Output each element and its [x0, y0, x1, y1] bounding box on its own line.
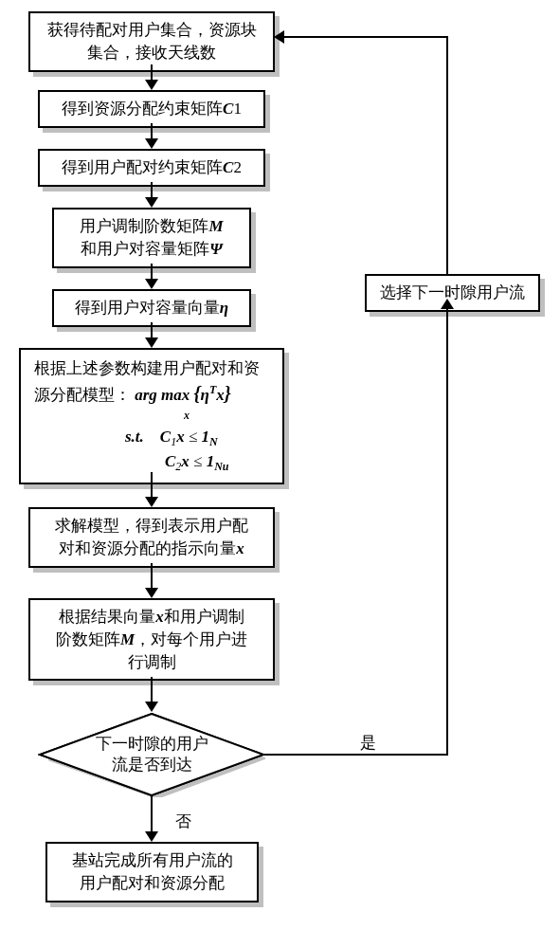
sub-1: 1	[233, 100, 242, 118]
text-l2: 用户配对和资源分配	[80, 874, 225, 892]
arrow-head-7-8	[145, 588, 158, 598]
le: ≤	[189, 428, 197, 446]
step-solve-model: 求解模型，得到表示用户配 对和资源分配的指示向量x	[28, 507, 275, 568]
step-capacity-vector: 得到用户对容量向量η	[52, 289, 251, 327]
st: s.t.	[125, 428, 144, 446]
brace-r: }	[225, 383, 231, 404]
flowchart-container: 获得待配对用户集合，资源块集合，接收天线数 得到资源分配约束矩阵C1 得到用户配…	[0, 0, 560, 948]
l1: 下一时隙的用户	[96, 735, 208, 753]
step-acquire-sets: 获得待配对用户集合，资源块集合，接收天线数	[28, 11, 275, 72]
text: 获得待配对用户集合，资源块集合，接收天线数	[47, 21, 257, 62]
eta: η	[201, 386, 209, 404]
arrow-head-5-6	[145, 337, 158, 348]
text: 得到用户对容量向量	[75, 299, 220, 317]
arrow-head-1-2	[145, 80, 158, 90]
text-l1: 求解模型，得到表示用户配	[55, 517, 248, 535]
var-c: C	[223, 100, 233, 118]
l2: 流是否到达	[112, 756, 192, 774]
one: 1	[207, 452, 215, 470]
var-m: M	[208, 217, 223, 235]
var-x: x	[236, 539, 244, 557]
x: x	[216, 386, 225, 404]
arrow-head-8-d	[145, 702, 158, 712]
text: 得到资源分配约束矩阵	[62, 100, 223, 118]
step-modulate: 根据结果向量x和用户调制 阶数矩阵M，对每个用户进 行调制	[28, 598, 275, 681]
one: 1	[202, 428, 210, 446]
step-matrices-m-psi: 用户调制阶数矩阵M 和用户对容量矩阵Ψ	[52, 208, 251, 268]
x: x	[176, 428, 185, 446]
argmax: arg max	[135, 386, 190, 404]
arrow-yes-h	[263, 754, 448, 756]
arrow-8-d	[151, 677, 153, 703]
step-constraint-c2: 得到用户配对约束矩阵C2	[38, 149, 265, 187]
arrow-head-loop-left	[274, 30, 284, 44]
le: ≤	[193, 452, 202, 470]
step-complete: 基站完成所有用户流的 用户配对和资源分配	[45, 842, 259, 902]
arrow-head-4-5	[145, 279, 158, 289]
diamond-text: 下一时隙的用户 流是否到达	[76, 734, 227, 775]
step-constraint-c1: 得到资源分配约束矩阵C1	[38, 90, 265, 128]
constraint-st: s.t. C1x ≤ 1N	[30, 426, 273, 450]
brace-l: {	[194, 383, 201, 404]
arrow-7-8	[151, 563, 153, 590]
text-l1-post: 和用户调制	[164, 608, 244, 626]
c1: C	[160, 428, 171, 446]
label-yes: 是	[360, 732, 376, 754]
text-l3: 行调制	[128, 653, 176, 671]
c2: C	[165, 452, 175, 470]
label-no: 否	[175, 811, 191, 832]
arrow-head-yes-up	[441, 299, 454, 309]
text-l2: 对和资源分配的指示向量	[59, 539, 236, 557]
arrow-loop-h	[282, 36, 448, 38]
arrow-head-6-7	[145, 497, 158, 507]
var-x: x	[155, 608, 164, 626]
text-l1: 基站完成所有用户流的	[72, 851, 233, 869]
text: 得到用户配对约束矩阵	[62, 158, 223, 176]
x-under: x	[184, 409, 190, 422]
text-l2-pre: 阶数矩阵	[56, 630, 120, 648]
arrow-loop-v	[446, 36, 448, 274]
sub-2: 2	[233, 158, 242, 176]
var-psi: Ψ	[209, 240, 223, 258]
var-eta: η	[220, 299, 228, 317]
N: N	[209, 435, 218, 448]
x: x	[181, 452, 190, 470]
text-l1-pre: 根据结果向量	[59, 608, 155, 626]
text-l1: 用户调制阶数矩阵	[80, 217, 208, 235]
arrow-head-no	[145, 831, 158, 842]
formula-intro: 根据上述参数构建用户配对和资源分配模型： arg max {ηTx}	[30, 357, 273, 407]
arrow-yes-v	[446, 307, 448, 756]
text-l2-post: ，对每个用户进	[135, 630, 247, 648]
step-build-model: 根据上述参数构建用户配对和资源分配模型： arg max {ηTx} x s.t…	[19, 348, 284, 484]
text-l2: 和用户对容量矩阵	[81, 240, 209, 258]
Nu: Nu	[214, 460, 228, 473]
arrow-no-v	[151, 795, 153, 833]
t: arg max	[135, 386, 190, 404]
var-m: M	[120, 630, 135, 648]
arrow-head-3-4	[145, 197, 158, 208]
arrow-head-2-3	[145, 138, 158, 149]
arrow-6-7	[151, 472, 153, 499]
var-c: C	[223, 158, 233, 176]
decision-next-slot: 下一时隙的用户 流是否到达	[38, 712, 265, 797]
